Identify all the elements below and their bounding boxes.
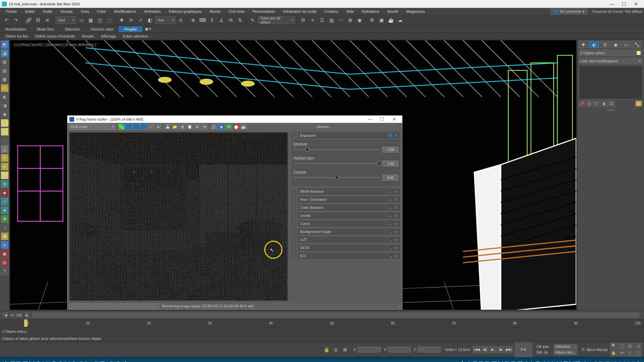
coord-z-input[interactable] xyxy=(418,347,441,353)
cc-checkbox[interactable] xyxy=(293,238,298,242)
vtool-a-7[interactable]: ◐ xyxy=(1,93,9,101)
cc-section-hue-saturation[interactable]: Hue / Saturation⌄≡ xyxy=(291,196,401,203)
menu-personnaliser[interactable]: Personnaliser xyxy=(249,9,279,14)
vtool-a-24[interactable]: ● xyxy=(1,241,9,249)
menu-outils[interactable]: Outils xyxy=(39,9,56,14)
close-button[interactable]: ✕ xyxy=(630,0,642,8)
angle-snap-button[interactable]: ∠ xyxy=(217,16,225,24)
chevron-down-icon[interactable]: ⌄ xyxy=(389,190,394,193)
modifier-stack[interactable] xyxy=(579,66,643,99)
slider-highlight-burn-value[interactable]: 1.00 xyxy=(382,161,398,167)
time-ruler[interactable]: 0102030405060708090100 xyxy=(0,319,644,327)
timeline-next-button[interactable]: ▶ xyxy=(25,312,30,318)
layers-button[interactable]: ☰ xyxy=(318,16,326,24)
vtool-a-19[interactable]: ✧ xyxy=(1,197,9,205)
ribbon-item-simuler[interactable]: Simuler xyxy=(78,34,97,39)
tab-motion[interactable]: ◉ xyxy=(610,41,621,48)
vtool-a-25[interactable]: ▣ xyxy=(1,250,9,258)
vfb-link-pdplayer-button[interactable]: 🔗 xyxy=(211,124,217,130)
timeconfig-button[interactable]: ⏱ xyxy=(581,348,585,352)
vfb-alpha-button[interactable]: ○ xyxy=(148,124,154,130)
cc-checkbox[interactable] xyxy=(293,246,298,250)
vtool-a-14[interactable]: ✦ xyxy=(1,154,9,162)
menu-arnold[interactable]: Arnold xyxy=(383,9,402,14)
mirror-button[interactable]: ⧉ xyxy=(299,16,307,24)
key-mode-dropdown[interactable]: Sélection xyxy=(554,344,577,349)
menu-groupe[interactable]: Groupe xyxy=(56,9,77,14)
ribbon-item-flux[interactable]: Définir les flux xyxy=(2,34,32,39)
cc-checkbox[interactable] xyxy=(293,205,298,209)
key-filters-button[interactable]: Filtres clés... xyxy=(554,350,577,355)
cc-menu-icon[interactable]: ≡ xyxy=(394,246,398,250)
play-button[interactable]: ▶ xyxy=(489,346,496,353)
cc-checkbox[interactable] xyxy=(293,189,298,193)
vfb-clear-button[interactable]: 🗑 xyxy=(179,124,186,130)
stack-collapse-button[interactable]: ▦ xyxy=(635,101,642,107)
cc-menu-icon[interactable]: ≡ xyxy=(394,198,398,201)
align-button[interactable]: ≡ xyxy=(309,16,317,24)
vfb-save-button[interactable]: 💾 xyxy=(164,124,171,130)
viewport-label[interactable]: [+] [VRayCam001 ] [Standard ] [Faces dél… xyxy=(13,42,98,47)
slider-exposure-track[interactable] xyxy=(293,149,380,150)
coord-display-button[interactable]: ⊞ xyxy=(341,346,349,354)
cc-checkbox[interactable] xyxy=(293,254,298,258)
stack-remove-button[interactable]: 🗑 xyxy=(601,101,607,107)
signin-dropdown[interactable]: 👤 Se connecter ▾ xyxy=(550,8,588,15)
cc-section-white-balance[interactable]: White Balance⌄≡ xyxy=(291,188,401,195)
cc-menu-icon[interactable]: ≡ xyxy=(394,190,398,193)
placement-button[interactable]: ◧ xyxy=(146,16,154,24)
menu-megascans[interactable]: Megascans xyxy=(402,9,429,14)
cc-section-exposure-header[interactable]: Exposure ≡ xyxy=(291,132,401,139)
pivot-center-button[interactable]: ⊙ xyxy=(177,16,185,24)
ribbon-tab-modelisation[interactable]: Modélisation xyxy=(0,26,32,32)
vfb-status-btn-13[interactable] xyxy=(142,303,147,309)
vfb-load-button[interactable]: 📂 xyxy=(172,124,178,130)
select-name-button[interactable]: ▦ xyxy=(87,16,95,24)
select-object-button[interactable]: ▭ xyxy=(77,16,85,24)
vray-frame-buffer-window[interactable]: V-Ray frame buffer - [100% of 640 x 480]… xyxy=(67,115,402,310)
cc-menu-icon[interactable]: ≡ xyxy=(394,238,398,242)
redo-button[interactable]: ↷ xyxy=(12,16,20,24)
stack-config-button[interactable]: ☰ xyxy=(608,101,615,107)
undo-button[interactable]: ↶ xyxy=(3,16,11,24)
chevron-down-icon[interactable]: ⌄ xyxy=(389,222,394,226)
timeline-prev-button[interactable]: ◀ xyxy=(3,312,8,318)
slider-contrast-handle[interactable] xyxy=(335,176,338,180)
setkey-label[interactable]: Déf. clé xyxy=(536,351,554,354)
vfb-status-btn-2[interactable] xyxy=(75,303,80,309)
timetag-label[interactable]: Ajout étiq tps xyxy=(586,348,608,352)
named-sel-dropdown[interactable]: Créer jeu de sélect. xyxy=(258,16,295,24)
vfb-status-btn-1[interactable] xyxy=(69,303,74,309)
snap-toggle-button[interactable]: 3 xyxy=(208,16,216,24)
vtool-a-17[interactable]: ❄ xyxy=(1,180,9,188)
cc-checkbox[interactable] xyxy=(293,222,298,226)
rotate-button[interactable]: ⟳ xyxy=(127,16,135,24)
chevron-down-icon[interactable]: ⌄ xyxy=(389,214,394,218)
chevron-down-icon[interactable]: ⌄ xyxy=(389,246,394,250)
vfb-green-button[interactable] xyxy=(133,124,140,130)
curve-editor-button[interactable]: 〰 xyxy=(337,16,345,24)
cc-section-background-image[interactable]: Background Image⌄≡ xyxy=(291,228,401,235)
goto-start-button[interactable]: |◀◀ xyxy=(473,346,480,353)
vpnav-walk[interactable]: 🚶 xyxy=(626,350,634,357)
vtool-a-5[interactable]: ▦ xyxy=(1,75,9,83)
vfb-status-btn-12[interactable] xyxy=(136,303,141,309)
menu-fichier[interactable]: Fichier xyxy=(2,9,21,14)
cc-section-ocio[interactable]: OCIO⌄≡ xyxy=(291,244,401,251)
render-button[interactable]: ☕ xyxy=(387,16,395,24)
vfb-maximize-button[interactable]: ☐ xyxy=(376,116,388,123)
cc-checkbox[interactable] xyxy=(293,214,298,218)
vtool-a-2[interactable]: ◪ xyxy=(1,49,9,57)
vfb-status-btn-11[interactable] xyxy=(129,303,135,309)
vpnav-zoom-all[interactable]: ⛶ xyxy=(618,343,626,349)
vfb-minimize-button[interactable]: — xyxy=(364,116,376,123)
cc-menu-icon[interactable]: ≡ xyxy=(394,214,398,218)
coord-y-input[interactable] xyxy=(387,347,411,353)
workspace-current[interactable]: Par défaut xyxy=(625,9,642,13)
vfb-status-btn-4[interactable] xyxy=(87,303,93,309)
vtool-a-10[interactable]: ◌ xyxy=(1,119,9,127)
restore-button[interactable]: ☐ xyxy=(618,0,630,8)
edit-named-sel-button[interactable]: ✎ xyxy=(249,16,257,24)
tab-display[interactable]: ▭ xyxy=(621,41,631,48)
menu-civil-view[interactable]: Civil View xyxy=(224,9,248,14)
